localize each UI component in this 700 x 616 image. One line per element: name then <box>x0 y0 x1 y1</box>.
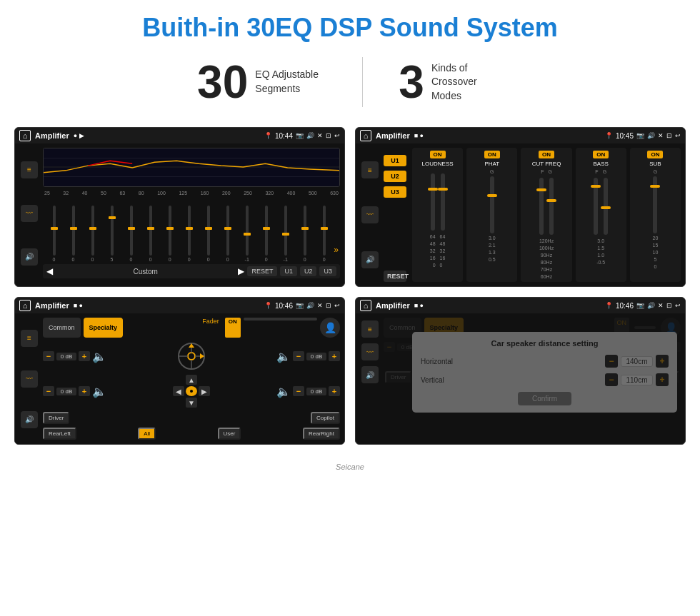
eq-slider-14[interactable]: 0 <box>295 206 314 262</box>
status-icons-1: 📍 10:44 📷 🔊 ✕ ⊡ ↩ <box>264 132 340 140</box>
u1-button[interactable]: U1 <box>384 155 406 166</box>
eq-slider-12[interactable]: 0 <box>256 206 276 262</box>
spk-side-btn-3[interactable]: 🔊 <box>21 411 38 428</box>
horizontal-row: Horizontal − 140cm + <box>421 355 669 368</box>
expand-eq-icon[interactable]: » <box>334 245 339 262</box>
dist-side-btn-1[interactable]: ≡ <box>361 320 379 338</box>
vertical-minus[interactable]: − <box>605 373 618 386</box>
eq-side-btn-3[interactable]: 🔊 <box>21 248 38 266</box>
home-icon-2[interactable] <box>360 130 371 141</box>
bass-toggle[interactable]: ON <box>593 151 609 158</box>
screen4-body: ≡ 〰 🔊 Common Specialty ON 👤 − <box>356 313 685 390</box>
home-icon-3[interactable] <box>19 300 31 311</box>
dist-side-btn-2[interactable]: 〰 <box>361 343 379 360</box>
center-nav: ▲ ◀ ▶ ▼ <box>173 375 210 408</box>
eq-slider-10[interactable]: 0 <box>218 206 237 262</box>
phat-title: PHAT <box>484 161 499 167</box>
eq-side-btn-1[interactable]: ≡ <box>21 161 38 178</box>
eq-slider-1[interactable]: 0 <box>44 206 64 262</box>
lr-minus[interactable]: − <box>43 386 54 396</box>
xo-side-btn-3[interactable]: 🔊 <box>361 251 379 268</box>
nav-up[interactable]: ▲ <box>186 375 197 385</box>
cutfreq-toggle[interactable]: ON <box>539 151 554 158</box>
xo-side-btn-1[interactable]: ≡ <box>361 161 379 178</box>
reset-button-2[interactable]: RESET <box>384 271 406 282</box>
spk-side-btn-1[interactable]: ≡ <box>21 330 38 347</box>
nav-down[interactable]: ▼ <box>186 398 197 408</box>
lf-minus[interactable]: − <box>43 351 54 361</box>
rr-plus[interactable]: + <box>329 386 340 396</box>
preset-u1[interactable]: U1 <box>280 266 297 276</box>
u2-button[interactable]: U2 <box>384 171 406 182</box>
eq-slider-11[interactable]: -1 <box>237 206 256 262</box>
lf-speaker-icon: 🔈 <box>92 350 106 363</box>
speaker-channels-row2: − 0 dB + 🔈 ▲ ◀ ▶ <box>43 375 340 408</box>
eq-mode-name: Custom <box>56 268 235 276</box>
location-icon-2: 📍 <box>605 132 613 139</box>
horizontal-value: 140cm <box>621 356 653 367</box>
reset-button-1[interactable]: RESET <box>247 266 277 276</box>
tab-specialty-3[interactable]: Specialty <box>84 318 124 338</box>
eq-slider-9[interactable]: 0 <box>199 206 218 262</box>
user-btn[interactable]: User <box>218 428 241 440</box>
rearleft-btn[interactable]: RearLeft <box>43 428 76 440</box>
screen-crossover: Amplifier ■ ● 📍 10:45 📷 🔊 ✕ ⊡ ↩ ≡ 〰 🔊 U1 <box>355 127 686 287</box>
vertical-label: Vertical <box>421 376 471 384</box>
horizontal-plus[interactable]: + <box>656 355 669 368</box>
lr-plus[interactable]: + <box>79 386 90 396</box>
loudness-toggle[interactable]: ON <box>430 151 446 158</box>
time-3: 10:46 <box>275 302 293 310</box>
rr-minus[interactable]: − <box>293 386 304 396</box>
volume-icon-1: 🔊 <box>306 132 314 139</box>
prev-arrow[interactable]: ◀ <box>46 266 53 276</box>
eq-slider-6[interactable]: 0 <box>141 206 160 262</box>
rf-minus[interactable]: − <box>293 351 304 361</box>
confirm-button[interactable]: Confirm <box>518 392 571 405</box>
driver-btn[interactable]: Driver <box>43 412 69 424</box>
home-icon-1[interactable] <box>19 130 31 141</box>
xo-section-loudness: ON LOUDNESS 64 64 <box>412 148 463 282</box>
nav-left[interactable]: ◀ <box>173 386 184 396</box>
horizontal-minus[interactable]: − <box>605 355 618 368</box>
copilot-btn[interactable]: Copilot <box>311 412 340 424</box>
dist-side-btn-3[interactable]: 🔊 <box>361 366 379 383</box>
nav-center[interactable] <box>186 386 197 396</box>
crossover-main: ON LOUDNESS 64 64 <box>412 148 681 282</box>
spk-side-btn-2[interactable]: 〰 <box>21 370 38 388</box>
eq-slider-3[interactable]: 0 <box>83 206 102 262</box>
avatar-btn-3[interactable]: 👤 <box>320 318 340 338</box>
eq-slider-15[interactable]: 0 <box>314 206 334 262</box>
preset-u2[interactable]: U2 <box>300 266 317 276</box>
fader-slider[interactable] <box>244 318 317 320</box>
eq-side-btn-2[interactable]: 〰 <box>21 205 38 222</box>
close-icon-3: ✕ <box>317 302 323 309</box>
vertical-plus[interactable]: + <box>656 373 669 386</box>
screen-speaker: Amplifier ■ ● 📍 10:46 📷 🔊 ✕ ⊡ ↩ ≡ 〰 🔊 <box>14 297 345 445</box>
volume-icon-3: 🔊 <box>306 302 314 309</box>
rearright-btn[interactable]: RearRight <box>303 428 340 440</box>
expand-icon-4: ⊡ <box>666 302 672 309</box>
eq-slider-8[interactable]: 0 <box>179 206 199 262</box>
home-icon-4[interactable] <box>360 300 371 311</box>
u3-button[interactable]: U3 <box>384 186 406 198</box>
nav-right[interactable]: ▶ <box>199 386 210 396</box>
eq-slider-2[interactable]: 0 <box>64 206 83 262</box>
sub-toggle[interactable]: ON <box>647 151 663 158</box>
preset-u3[interactable]: U3 <box>319 266 336 276</box>
fader-toggle[interactable]: ON <box>225 318 241 338</box>
phat-toggle[interactable]: ON <box>484 151 500 158</box>
all-btn[interactable]: All <box>138 428 156 440</box>
ux-buttons: U1 U2 U3 RESET <box>384 148 409 282</box>
screen4-bg-content: Common Specialty ON 👤 − 0 dB + − 0 d <box>384 318 681 386</box>
lf-plus[interactable]: + <box>79 351 90 361</box>
eq-slider-5[interactable]: 0 <box>121 206 141 262</box>
camera-icon-3: 📷 <box>296 302 304 309</box>
tab-common-3[interactable]: Common <box>43 318 81 338</box>
eq-slider-13[interactable]: -1 <box>276 206 295 262</box>
record-icon-4: ■ ● <box>414 302 424 309</box>
next-arrow[interactable]: ▶ <box>238 266 244 276</box>
eq-slider-7[interactable]: 0 <box>160 206 179 262</box>
xo-side-btn-2[interactable]: 〰 <box>361 206 379 223</box>
eq-slider-4[interactable]: 5 <box>102 206 121 262</box>
rf-plus[interactable]: + <box>329 351 340 361</box>
